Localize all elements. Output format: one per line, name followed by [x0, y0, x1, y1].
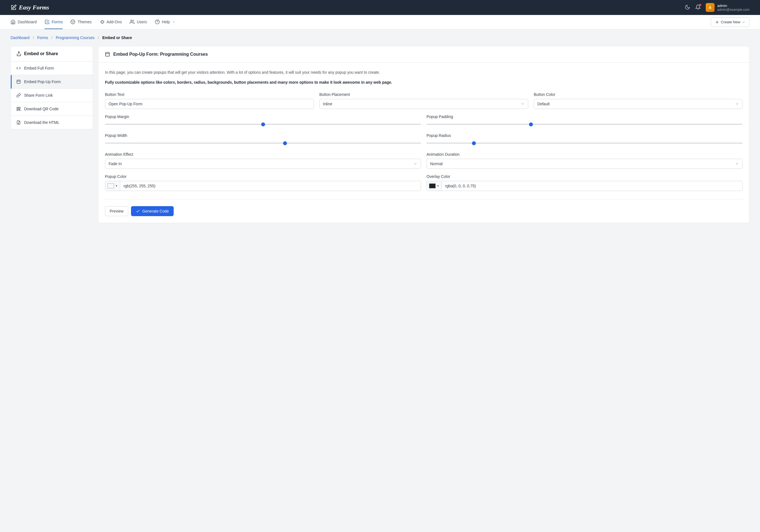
create-new-button[interactable]: Create New — [711, 18, 749, 27]
check-square-icon — [45, 20, 50, 24]
logo-text: Easy Forms — [19, 4, 49, 11]
label-button-color: Button Color — [534, 92, 742, 97]
home-icon — [11, 20, 16, 24]
select-animation-duration[interactable]: Normal — [427, 159, 742, 169]
select-animation-effect[interactable]: Fade In — [105, 159, 421, 169]
theme-toggle[interactable] — [685, 4, 690, 11]
nav-forms[interactable]: Forms — [45, 15, 63, 29]
chevron-down-icon — [742, 21, 745, 24]
panel-body: In this page, you can create popups that… — [98, 63, 749, 223]
window-icon — [16, 79, 21, 84]
navbar: Dashboard Forms Themes Add-Ons Users Hel… — [0, 15, 760, 29]
sidebar-item-label: Share Form Link — [24, 93, 53, 98]
dropdown-triangle-icon: ▼ — [437, 184, 439, 187]
nav-links: Dashboard Forms Themes Add-Ons Users Hel… — [11, 15, 175, 29]
slider-popup-width[interactable] — [105, 140, 421, 147]
select-value: Inline — [323, 102, 332, 106]
select-value: Normal — [430, 162, 443, 166]
svg-rect-14 — [17, 109, 18, 111]
field-animation-effect: Animation Effect Fade In — [105, 152, 421, 169]
field-popup-radius: Popup Radius — [427, 133, 742, 147]
main-panel: Embed Pop-Up Form: Programming Courses I… — [98, 46, 749, 223]
nav-addons[interactable]: Add-Ons — [99, 15, 122, 29]
nav-help[interactable]: Help — [155, 15, 175, 29]
breadcrumb-form-name[interactable]: Programming Courses — [56, 35, 95, 40]
color-value[interactable]: rgb(255, 255, 255) — [120, 181, 421, 191]
sidebar-item-qr[interactable]: Download QR Code — [11, 102, 93, 116]
user-menu[interactable]: A admin admin@example.com — [706, 3, 749, 12]
color-swatch-button[interactable]: ▼ — [105, 181, 120, 191]
label-popup-radius: Popup Radius — [427, 133, 742, 138]
logo-icon — [11, 4, 17, 11]
field-overlay-color: Overlay Color ▼ rgba(0, 0, 0, 0.75) — [427, 174, 742, 191]
username: admin — [717, 4, 749, 8]
user-email: admin@example.com — [717, 8, 749, 12]
preview-button[interactable]: Preview — [105, 206, 128, 216]
generate-label: Generate Code — [142, 209, 169, 213]
breadcrumb-dashboard[interactable]: Dashboard — [11, 35, 30, 40]
qr-icon — [16, 107, 21, 111]
breadcrumb-sep: / — [98, 35, 99, 40]
slider-popup-margin[interactable] — [105, 121, 421, 128]
label-popup-margin: Popup Margin — [105, 115, 421, 119]
nav-dashboard[interactable]: Dashboard — [11, 15, 37, 29]
slider-popup-radius[interactable] — [427, 140, 742, 147]
sidebar: Embed or Share Embed Full Form Embed Pop… — [11, 46, 93, 129]
svg-rect-16 — [20, 110, 20, 111]
help-icon — [155, 20, 160, 24]
content: Embed or Share Embed Full Form Embed Pop… — [0, 46, 760, 234]
svg-point-2 — [73, 21, 74, 22]
topbar: Easy Forms A admin admin@example.com — [0, 0, 760, 15]
generate-code-button[interactable]: Generate Code — [131, 206, 174, 216]
select-value: Fade In — [109, 162, 121, 166]
window-icon — [105, 52, 110, 57]
dropdown-triangle-icon: ▼ — [115, 184, 118, 187]
sidebar-item-download-html[interactable]: Download the HTML — [11, 116, 93, 129]
avatar: A — [706, 3, 715, 12]
svg-point-4 — [131, 20, 132, 22]
field-animation-duration: Animation Duration Normal — [427, 152, 742, 169]
chevron-down-icon — [172, 20, 175, 24]
color-input-overlay[interactable]: ▼ rgba(0, 0, 0, 0.75) — [427, 181, 742, 191]
sidebar-item-label: Download QR Code — [24, 107, 59, 111]
svg-point-3 — [72, 23, 73, 23]
notifications-button[interactable] — [695, 4, 701, 11]
nav-dashboard-label: Dashboard — [18, 20, 37, 24]
topbar-right: A admin admin@example.com — [685, 3, 749, 12]
label-button-text: Button Text — [105, 92, 314, 97]
color-input-popup[interactable]: ▼ rgb(255, 255, 255) — [105, 181, 421, 191]
select-button-color[interactable]: Default — [534, 99, 742, 109]
color-value[interactable]: rgba(0, 0, 0, 0.75) — [442, 181, 742, 191]
user-text: admin admin@example.com — [717, 4, 749, 12]
logo[interactable]: Easy Forms — [11, 4, 49, 11]
slider-popup-padding[interactable] — [427, 121, 742, 128]
label-overlay-color: Overlay Color — [427, 174, 742, 179]
label-popup-padding: Popup Padding — [427, 115, 742, 119]
nav-themes[interactable]: Themes — [71, 15, 92, 29]
svg-point-0 — [71, 20, 75, 24]
breadcrumb: Dashboard / Forms / Programming Courses … — [0, 29, 760, 46]
nav-users[interactable]: Users — [130, 15, 147, 29]
breadcrumb-forms[interactable]: Forms — [37, 35, 48, 40]
select-button-placement[interactable]: Inline — [319, 99, 528, 109]
input-button-text[interactable] — [105, 99, 314, 109]
color-swatch-button[interactable]: ▼ — [427, 181, 442, 191]
sidebar-item-embed-popup[interactable]: Embed Pop-Up Form — [11, 75, 93, 89]
panel-title: Embed Pop-Up Form: Programming Courses — [113, 52, 208, 57]
chevron-down-icon — [735, 162, 739, 166]
sidebar-item-label: Download the HTML — [24, 120, 60, 125]
sidebar-item-share-link[interactable]: Share Form Link — [11, 89, 93, 102]
sidebar-item-embed-full[interactable]: Embed Full Form — [11, 62, 93, 75]
select-value: Default — [537, 102, 549, 106]
nav-addons-label: Add-Ons — [107, 20, 122, 24]
puzzle-icon — [99, 20, 104, 24]
preview-label: Preview — [110, 209, 123, 213]
field-popup-margin: Popup Margin — [105, 115, 421, 128]
nav-help-label: Help — [162, 20, 170, 24]
panel-footer: Preview Generate Code — [105, 199, 742, 216]
breadcrumb-current: Embed or Share — [102, 35, 132, 40]
moon-icon — [685, 4, 690, 10]
users-icon — [130, 20, 135, 24]
panel-desc-1: In this page, you can create popups that… — [105, 69, 742, 75]
sidebar-item-label: Embed Full Form — [24, 66, 54, 71]
